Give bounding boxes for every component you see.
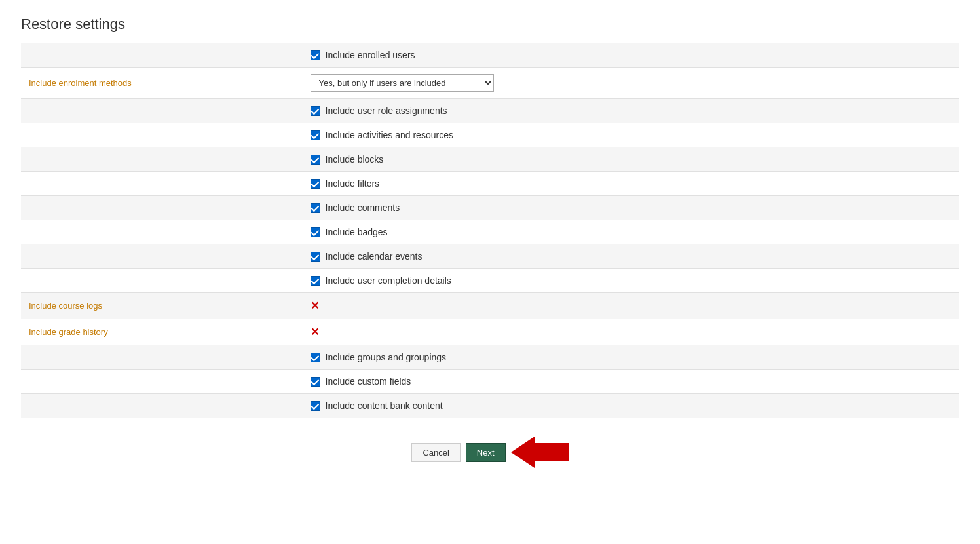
row-label xyxy=(21,244,303,269)
checkbox-visual-activities-resources[interactable] xyxy=(311,130,320,140)
row-label: Include grade history xyxy=(21,319,303,345)
row-value[interactable]: Include enrolled users xyxy=(303,43,959,68)
settings-table: Include enrolled usersInclude enrolment … xyxy=(21,43,959,418)
checkbox-visual-filters[interactable] xyxy=(311,179,320,189)
arrow-head xyxy=(511,437,535,468)
checkbox-visual-blocks[interactable] xyxy=(311,155,320,165)
checkbox-label-enrolled-users: Include enrolled users xyxy=(326,50,415,60)
row-value[interactable]: Include badges xyxy=(303,220,959,244)
row-value[interactable]: Include custom fields xyxy=(303,370,959,394)
table-row: Include badges xyxy=(21,220,959,244)
row-label xyxy=(21,220,303,244)
row-value[interactable]: Include content bank content xyxy=(303,394,959,418)
table-row: Include course logs✕ xyxy=(21,293,959,319)
row-label xyxy=(21,196,303,220)
row-label: Include enrolment methods xyxy=(21,68,303,99)
table-row: Include user completion details xyxy=(21,269,959,293)
table-row: Include calendar events xyxy=(21,244,959,269)
select-enrolment-methods[interactable]: Yes, but only if users are includedYesNo xyxy=(311,74,494,92)
checkbox-label-content-bank: Include content bank content xyxy=(326,400,443,411)
checkbox-visual-enrolled-users[interactable] xyxy=(311,50,320,60)
button-row: Cancel Next xyxy=(21,429,959,476)
checkbox-label-comments: Include comments xyxy=(326,203,400,213)
checkbox-visual-groups-groupings[interactable] xyxy=(311,353,320,362)
row-label xyxy=(21,370,303,394)
checkbox-visual-comments[interactable] xyxy=(311,203,320,213)
checkbox-label-user-completion: Include user completion details xyxy=(326,275,451,286)
arrow-indicator xyxy=(511,437,569,468)
row-value: ✕ xyxy=(303,319,959,345)
cross-grade-history: ✕ xyxy=(311,326,319,338)
row-label xyxy=(21,147,303,172)
row-value[interactable]: Include groups and groupings xyxy=(303,345,959,370)
table-row: Include custom fields xyxy=(21,370,959,394)
checkbox-label-activities-resources: Include activities and resources xyxy=(326,130,453,140)
cancel-button[interactable]: Cancel xyxy=(411,443,460,462)
row-label xyxy=(21,394,303,418)
table-row: Include blocks xyxy=(21,147,959,172)
page-title: Restore settings xyxy=(21,16,959,33)
table-row: Include comments xyxy=(21,196,959,220)
checkbox-label-user-role-assignments: Include user role assignments xyxy=(326,106,447,116)
row-value[interactable]: Include calendar events xyxy=(303,244,959,269)
table-row: Include user role assignments xyxy=(21,99,959,123)
checkbox-label-custom-fields: Include custom fields xyxy=(326,376,411,387)
row-label xyxy=(21,43,303,68)
row-value[interactable]: Include blocks xyxy=(303,147,959,172)
row-label xyxy=(21,123,303,147)
checkbox-label-groups-groupings: Include groups and groupings xyxy=(326,352,446,362)
row-value[interactable]: Include user completion details xyxy=(303,269,959,293)
row-value[interactable]: Include filters xyxy=(303,172,959,196)
checkbox-visual-user-role-assignments[interactable] xyxy=(311,106,320,116)
page-container: Restore settings Include enrolled usersI… xyxy=(0,0,980,492)
row-value[interactable]: Include activities and resources xyxy=(303,123,959,147)
row-label xyxy=(21,269,303,293)
table-row: Include groups and groupings xyxy=(21,345,959,370)
table-row: Include activities and resources xyxy=(21,123,959,147)
table-row: Include filters xyxy=(21,172,959,196)
row-label: Include course logs xyxy=(21,293,303,319)
checkbox-visual-custom-fields[interactable] xyxy=(311,377,320,387)
table-row: Include enrolment methodsYes, but only i… xyxy=(21,68,959,99)
next-button[interactable]: Next xyxy=(466,443,506,462)
checkbox-visual-user-completion[interactable] xyxy=(311,276,320,286)
row-value[interactable]: Include comments xyxy=(303,196,959,220)
cross-course-logs: ✕ xyxy=(311,300,319,311)
checkbox-label-blocks: Include blocks xyxy=(326,154,384,165)
arrow-body xyxy=(535,443,569,461)
checkbox-label-calendar-events: Include calendar events xyxy=(326,251,423,262)
table-row: Include content bank content xyxy=(21,394,959,418)
checkbox-label-badges: Include badges xyxy=(326,227,388,237)
checkbox-visual-content-bank[interactable] xyxy=(311,401,320,411)
row-label xyxy=(21,172,303,196)
row-label xyxy=(21,99,303,123)
row-value[interactable]: Yes, but only if users are includedYesNo xyxy=(303,68,959,99)
checkbox-visual-calendar-events[interactable] xyxy=(311,252,320,262)
row-value[interactable]: Include user role assignments xyxy=(303,99,959,123)
table-row: Include grade history✕ xyxy=(21,319,959,345)
row-value: ✕ xyxy=(303,293,959,319)
row-label xyxy=(21,345,303,370)
table-row: Include enrolled users xyxy=(21,43,959,68)
checkbox-visual-badges[interactable] xyxy=(311,227,320,237)
checkbox-label-filters: Include filters xyxy=(326,178,379,189)
